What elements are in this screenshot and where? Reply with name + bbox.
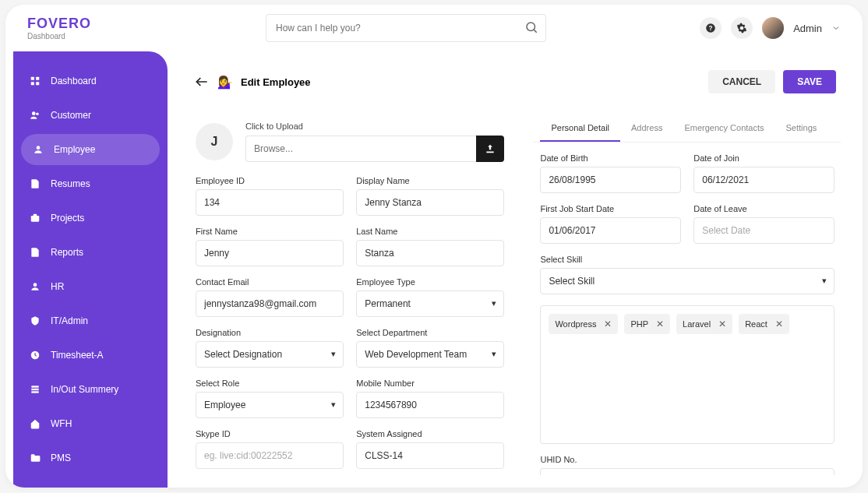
sidebar-item-label: Projects bbox=[51, 213, 84, 224]
sidebar-item-reports[interactable]: Reports bbox=[13, 237, 168, 268]
role-select[interactable] bbox=[196, 392, 344, 418]
tab-personal[interactable]: Personal Detail bbox=[540, 115, 620, 142]
skype-input[interactable] bbox=[196, 442, 344, 469]
first-job-label: First Job Start Date bbox=[540, 204, 681, 213]
tab-settings[interactable]: Settings bbox=[775, 115, 828, 142]
svg-rect-14 bbox=[31, 386, 38, 387]
skill-chip-label: React bbox=[745, 319, 767, 329]
employee-id-input[interactable] bbox=[196, 189, 344, 216]
sidebar-item-label: Dashboard bbox=[51, 76, 97, 86]
sidebar-item-pms[interactable]: PMS bbox=[13, 442, 168, 474]
avatar[interactable] bbox=[762, 17, 784, 39]
uhid-input[interactable] bbox=[540, 468, 834, 475]
svg-rect-15 bbox=[31, 389, 38, 390]
upload-label: Click to Upload bbox=[245, 121, 504, 131]
first-job-input[interactable] bbox=[540, 217, 681, 244]
first-name-input[interactable] bbox=[196, 240, 344, 266]
help-button[interactable]: ? bbox=[700, 17, 722, 39]
svg-rect-16 bbox=[31, 391, 38, 393]
users-icon bbox=[29, 109, 41, 121]
close-icon[interactable]: ✕ bbox=[718, 319, 726, 329]
skill-chip-label: Wordpress bbox=[555, 319, 596, 329]
mobile-input[interactable] bbox=[356, 392, 504, 418]
dob-input[interactable] bbox=[540, 167, 681, 193]
sidebar-item-customer[interactable]: Customer bbox=[13, 100, 168, 131]
cancel-button[interactable]: CANCEL bbox=[708, 70, 775, 93]
sidebar-item-timesheet-a[interactable]: Timesheet-A bbox=[13, 340, 168, 371]
sidebar-item-in-out-summery[interactable]: In/Out Summery bbox=[13, 374, 168, 405]
tab-emergency[interactable]: Emergency Contacts bbox=[673, 115, 774, 142]
tab-address[interactable]: Address bbox=[620, 115, 673, 142]
svg-text:?: ? bbox=[709, 25, 713, 32]
brand-sub: Dashboard bbox=[27, 32, 91, 40]
left-panel: J Click to Upload Employe bbox=[183, 109, 517, 475]
system-input[interactable] bbox=[356, 442, 504, 469]
upload-button[interactable] bbox=[476, 136, 504, 162]
search-input[interactable] bbox=[266, 14, 546, 42]
first-name-label: First Name bbox=[196, 227, 344, 236]
sidebar-item-label: HR bbox=[51, 281, 64, 292]
sidebar: Dashboard Customer Employee Resumes Proj… bbox=[13, 51, 168, 488]
sidebar-item-hr[interactable]: HR bbox=[13, 271, 168, 302]
file-icon bbox=[29, 178, 41, 190]
designation-label: Designation bbox=[196, 328, 344, 337]
back-button[interactable] bbox=[194, 74, 210, 90]
designation-select[interactable] bbox=[196, 341, 344, 368]
home-icon bbox=[29, 417, 41, 430]
right-panel: Personal Detail Address Emergency Contac… bbox=[528, 109, 847, 475]
settings-button[interactable] bbox=[731, 17, 753, 39]
mobile-label: Mobile Number bbox=[356, 379, 504, 388]
header: FOVERO Dashboard ? Admin bbox=[5, 5, 863, 51]
brand: FOVERO Dashboard bbox=[27, 16, 91, 40]
sidebar-item-projects[interactable]: Projects bbox=[13, 202, 168, 234]
close-icon[interactable]: ✕ bbox=[775, 319, 783, 329]
shield-icon bbox=[29, 315, 41, 327]
clock-icon bbox=[29, 349, 41, 361]
person-icon bbox=[32, 143, 44, 156]
sidebar-item-label: IT/Admin bbox=[51, 315, 88, 326]
skill-label: Select Skill bbox=[540, 255, 834, 264]
browse-input[interactable] bbox=[245, 136, 476, 162]
sidebar-item-label: In/Out Summery bbox=[51, 384, 118, 395]
system-label: System Assigned bbox=[356, 429, 504, 438]
role-label: Select Role bbox=[196, 379, 344, 388]
skill-chip: Laravel✕ bbox=[676, 314, 732, 334]
doj-input[interactable] bbox=[693, 167, 834, 193]
sidebar-item-it-admin[interactable]: IT/Admin bbox=[13, 305, 168, 336]
search-wrap bbox=[266, 14, 546, 42]
employee-avatar: J bbox=[196, 123, 233, 160]
sidebar-item-label: Employee bbox=[54, 144, 95, 155]
sidebar-item-label: Timesheet-A bbox=[51, 350, 104, 361]
svg-point-9 bbox=[36, 113, 39, 116]
dol-input[interactable] bbox=[693, 217, 834, 244]
svg-point-10 bbox=[37, 146, 41, 150]
close-icon[interactable]: ✕ bbox=[604, 319, 612, 329]
skill-chip-label: Laravel bbox=[683, 319, 711, 329]
sidebar-item-label: Reports bbox=[51, 247, 83, 258]
user-menu-chevron[interactable] bbox=[831, 23, 841, 33]
sidebar-item-resumes[interactable]: Resumes bbox=[13, 168, 168, 199]
sidebar-item-dashboard[interactable]: Dashboard bbox=[13, 65, 168, 97]
contact-email-input[interactable] bbox=[196, 291, 344, 317]
user-name: Admin bbox=[793, 23, 822, 34]
department-select[interactable] bbox=[356, 341, 504, 368]
sidebar-item-employee[interactable]: Employee bbox=[21, 134, 160, 165]
employee-type-select[interactable] bbox=[356, 291, 504, 317]
tabs: Personal Detail Address Emergency Contac… bbox=[534, 115, 841, 143]
dol-label: Date of Leave bbox=[693, 204, 834, 213]
last-name-input[interactable] bbox=[356, 240, 504, 266]
save-button[interactable]: SAVE bbox=[783, 70, 836, 93]
person-icon bbox=[29, 280, 41, 293]
skill-chips-box: Wordpress✕PHP✕Laravel✕React✕ bbox=[540, 305, 834, 444]
skill-select[interactable] bbox=[540, 268, 834, 294]
briefcase-icon bbox=[29, 212, 41, 224]
sidebar-item-label: WFH bbox=[51, 418, 72, 429]
close-icon[interactable]: ✕ bbox=[656, 319, 664, 329]
doj-label: Date of Join bbox=[693, 153, 834, 163]
sidebar-item-wfh[interactable]: WFH bbox=[13, 408, 168, 439]
app-window: FOVERO Dashboard ? Admin bbox=[5, 5, 863, 488]
search-icon[interactable] bbox=[524, 20, 538, 34]
display-name-input[interactable] bbox=[356, 189, 504, 216]
dob-label: Date of Birth bbox=[540, 153, 681, 163]
svg-line-1 bbox=[534, 30, 536, 32]
